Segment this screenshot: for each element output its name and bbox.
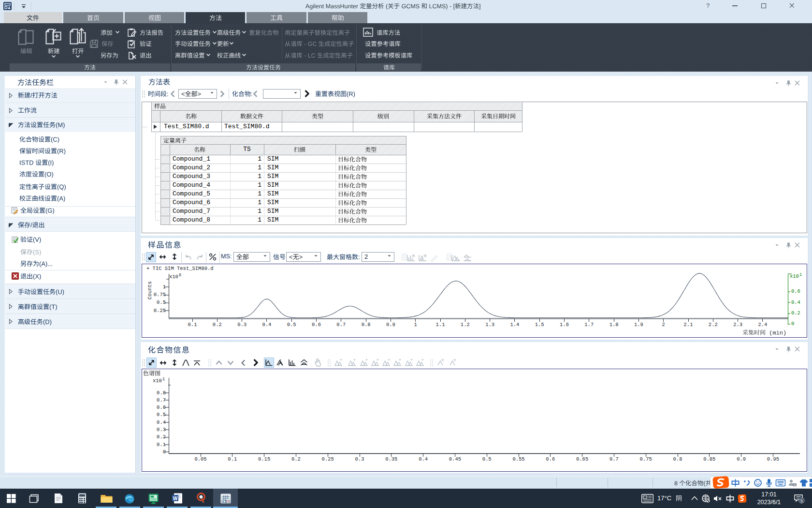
svg-text:5: 5 <box>800 498 803 503</box>
svg-text:W: W <box>173 496 178 501</box>
svg-text:11: 11 <box>793 483 796 486</box>
